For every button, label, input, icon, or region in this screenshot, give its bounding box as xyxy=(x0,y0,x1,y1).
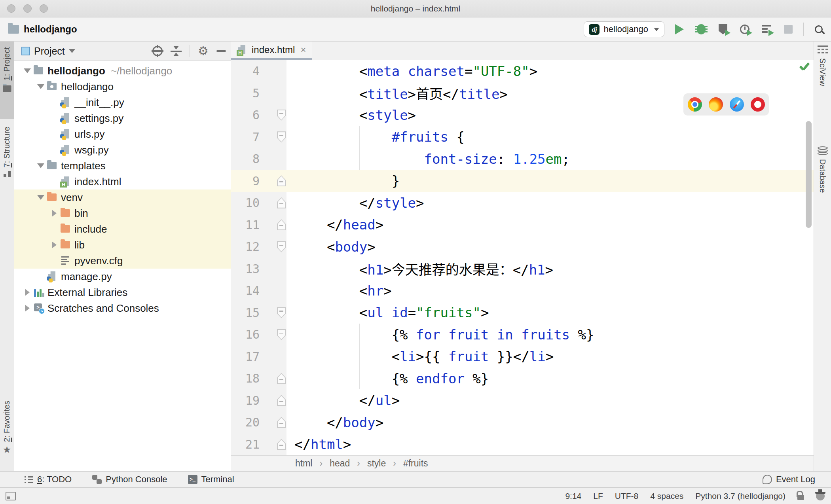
fold-marker-icon[interactable] xyxy=(277,131,286,142)
zoom-window-button[interactable] xyxy=(40,4,48,13)
fold-marker-icon[interactable] xyxy=(277,373,286,384)
sidebar-item-sciview[interactable]: SciView xyxy=(814,45,831,136)
fold-marker-icon[interactable] xyxy=(277,329,286,340)
editor-gutter[interactable]: 18 xyxy=(231,368,286,390)
tree-item-pyvenv-cfg[interactable]: pyvenv.cfg xyxy=(14,253,231,269)
code-line-4[interactable]: 4 <meta charset="UTF-8"> xyxy=(231,60,814,82)
code-editor[interactable]: 4 <meta charset="UTF-8">5 <title>首页</tit… xyxy=(231,60,814,455)
editor-gutter[interactable]: 21 xyxy=(231,434,286,456)
editor-gutter[interactable]: 12 xyxy=(231,236,286,258)
minimize-window-button[interactable] xyxy=(23,4,32,13)
editor-gutter[interactable]: 15 xyxy=(231,302,286,324)
expand-arrow-icon[interactable] xyxy=(49,241,59,248)
file-encoding[interactable]: UTF-8 xyxy=(615,491,639,501)
code-line-21[interactable]: 21</html> xyxy=(231,434,814,456)
code-line-10[interactable]: 10 </style> xyxy=(231,192,814,214)
tree-item-lib[interactable]: lib xyxy=(14,237,231,253)
fold-marker-icon[interactable] xyxy=(277,395,286,406)
tree-item-hellodjango[interactable]: hellodjango~/hellodjango xyxy=(14,63,231,79)
toolwindow-event-log[interactable]: Event Log xyxy=(763,474,815,485)
code-line-19[interactable]: 19 </ul> xyxy=(231,390,814,412)
line-separator[interactable]: LF xyxy=(593,491,603,501)
run-button[interactable] xyxy=(673,23,686,36)
tree-item-wsgi-py[interactable]: wsgi.py xyxy=(14,142,231,158)
breadcrumb-item-head[interactable]: head xyxy=(330,458,350,469)
code-line-8[interactable]: 8 font-size: 1.25em; xyxy=(231,148,814,170)
tree-item-settings-py[interactable]: settings.py xyxy=(14,110,231,126)
code-line-17[interactable]: 17 <li>{{ fruit }}</li> xyxy=(231,346,814,368)
fold-marker-icon[interactable] xyxy=(277,175,286,186)
navbar-project-name[interactable]: hellodjango xyxy=(24,24,77,35)
editor-gutter[interactable]: 4 xyxy=(231,60,286,82)
project-panel-title[interactable]: Project xyxy=(34,45,65,57)
sidebar-item-structure[interactable]: 7: Structure xyxy=(0,127,14,225)
fold-marker-icon[interactable] xyxy=(277,241,286,252)
expand-arrow-icon[interactable] xyxy=(36,195,46,200)
expand-arrow-icon[interactable] xyxy=(36,163,46,168)
inspection-ok-check-icon[interactable] xyxy=(799,62,810,72)
sidebar-item-project[interactable]: 1: Project xyxy=(0,42,14,119)
code-line-20[interactable]: 20 </body> xyxy=(231,411,814,434)
code-line-11[interactable]: 11 </head> xyxy=(231,214,814,236)
navigation-bar[interactable]: hellodjango xyxy=(8,24,77,35)
editor-gutter[interactable]: 5 xyxy=(231,82,286,104)
sidebar-item-database[interactable]: Database xyxy=(814,146,831,245)
expand-arrow-icon[interactable] xyxy=(22,289,32,296)
tree-item-scratches-and-consoles[interactable]: >Scratches and Consoles xyxy=(14,300,231,316)
tree-item-bin[interactable]: bin xyxy=(14,205,231,221)
editor-gutter[interactable]: 10 xyxy=(231,192,286,214)
fold-marker-icon[interactable] xyxy=(277,417,286,428)
search-everywhere-button[interactable] xyxy=(812,23,825,36)
expand-arrow-icon[interactable] xyxy=(22,68,32,73)
tree-item--init-py[interactable]: __init__.py xyxy=(14,95,231,110)
settings-gear-icon[interactable]: ⚙ xyxy=(198,46,209,56)
breadcrumb-item-fruits[interactable]: #fruits xyxy=(403,458,428,469)
tree-item-hellodjango[interactable]: hellodjango xyxy=(14,79,231,95)
hide-panel-icon[interactable] xyxy=(216,50,226,52)
toolwindow-toggle-icon[interactable] xyxy=(6,492,16,500)
indent-setting[interactable]: 4 spaces xyxy=(650,491,683,501)
opera-icon[interactable] xyxy=(751,97,765,112)
editor-gutter[interactable]: 14 xyxy=(231,280,286,302)
fold-marker-icon[interactable] xyxy=(277,110,286,121)
sidebar-item-favorites[interactable]: 2: Favorites ★ xyxy=(0,401,14,470)
code-line-7[interactable]: 7 #fruits { xyxy=(231,126,814,148)
toolwindow-todo[interactable]: 6: TODO xyxy=(25,474,72,485)
breadcrumb-item-style[interactable]: style xyxy=(367,458,386,469)
code-line-13[interactable]: 13 <h1>今天推荐的水果是：</h1> xyxy=(231,258,814,280)
editor-gutter[interactable]: 11 xyxy=(231,214,286,236)
collapse-all-icon[interactable] xyxy=(171,46,182,56)
expand-arrow-icon[interactable] xyxy=(36,84,46,89)
inspections-profile-icon[interactable] xyxy=(816,492,825,500)
unlock-icon[interactable] xyxy=(797,495,804,500)
python-interpreter[interactable]: Python 3.7 (hellodjango) xyxy=(695,491,785,501)
code-line-16[interactable]: 16 {% for fruit in fruits %} xyxy=(231,324,814,346)
code-line-12[interactable]: 12 <body> xyxy=(231,236,814,258)
code-line-18[interactable]: 18 {% endfor %} xyxy=(231,368,814,390)
close-window-button[interactable] xyxy=(7,4,15,13)
tree-item-urls-py[interactable]: urls.py xyxy=(14,126,231,142)
editor-gutter[interactable]: 8 xyxy=(231,148,286,170)
tree-item-external-libraries[interactable]: External Libraries xyxy=(14,284,231,300)
code-line-15[interactable]: 15 <ul id="fruits"> xyxy=(231,302,814,324)
caret-position[interactable]: 9:14 xyxy=(565,491,581,501)
editor-gutter[interactable]: 17 xyxy=(231,346,286,368)
fold-marker-icon[interactable] xyxy=(277,219,286,230)
tree-item-include[interactable]: include xyxy=(14,221,231,237)
editor-scrollbar[interactable] xyxy=(806,121,812,228)
editor-gutter[interactable]: 9 xyxy=(231,170,286,192)
stop-button[interactable] xyxy=(782,23,795,36)
expand-arrow-icon[interactable] xyxy=(22,305,32,312)
editor-gutter[interactable]: 16 xyxy=(231,324,286,346)
toolwindow-python-console[interactable]: Python Console xyxy=(92,474,167,485)
fold-marker-icon[interactable] xyxy=(277,197,286,208)
firefox-icon[interactable] xyxy=(709,97,723,112)
tree-item-manage-py[interactable]: manage.py xyxy=(14,269,231,284)
chrome-icon[interactable] xyxy=(688,97,702,112)
tree-item-index-html[interactable]: Hindex.html xyxy=(14,174,231,189)
locate-icon[interactable] xyxy=(152,46,163,56)
tree-item-venv[interactable]: venv xyxy=(14,189,231,205)
editor-gutter[interactable]: 13 xyxy=(231,258,286,280)
breadcrumb-item-html[interactable]: html xyxy=(295,458,312,469)
run-configuration-selector[interactable]: dj hellodjango xyxy=(584,21,664,37)
